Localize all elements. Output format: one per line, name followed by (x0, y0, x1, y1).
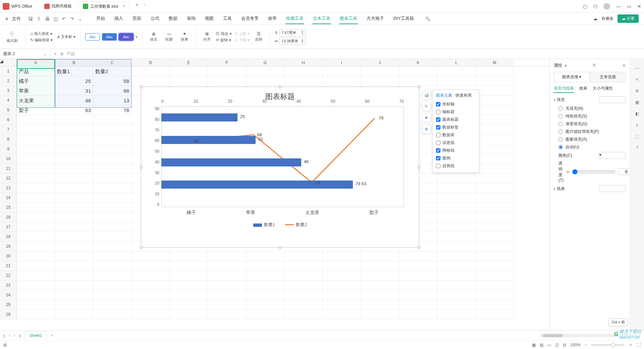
cell[interactable] (55, 135, 93, 144)
print-icon[interactable]: 🖶 (45, 16, 50, 21)
doc-tab-workbook[interactable]: 工作簿数量.xlsx • (78, 1, 129, 11)
user-avatar-icon[interactable] (603, 3, 610, 10)
cell[interactable] (17, 183, 55, 193)
cell[interactable] (17, 135, 55, 144)
cell[interactable] (476, 76, 514, 86)
cell[interactable] (93, 183, 131, 193)
selection-pane-icon[interactable]: ☰ (257, 32, 261, 36)
cell[interactable] (476, 115, 514, 125)
cell[interactable] (93, 125, 131, 135)
cell[interactable] (437, 173, 476, 183)
menu-item-图表工具[interactable]: 图表工具 (339, 13, 358, 24)
sheet-nav-last[interactable]: ›| (18, 333, 21, 338)
cancel-fx-icon[interactable]: ✕ (54, 52, 57, 56)
cell[interactable] (17, 300, 55, 310)
row-header-2[interactable]: 2 (0, 76, 17, 86)
col-header-D[interactable]: D (131, 59, 170, 66)
col-header-H[interactable]: H (284, 59, 323, 66)
cell[interactable] (55, 173, 93, 183)
cell[interactable] (17, 144, 55, 154)
menu-item-绘图工具[interactable]: 绘图工具 (285, 13, 304, 24)
name-box[interactable]: 图表 2 ⌄ (0, 49, 50, 59)
chart-bar[interactable] (161, 158, 301, 166)
file-menu[interactable]: 文件 (12, 16, 21, 22)
fill-option[interactable]: 无填充(N) (558, 106, 626, 111)
col-header-B[interactable]: B (55, 59, 93, 66)
cell[interactable] (93, 242, 131, 251)
text-box-button[interactable]: A文本框 ▾ (57, 34, 75, 39)
outline-icon[interactable]: ▭ (167, 32, 171, 36)
cell[interactable] (476, 86, 514, 96)
cell[interactable] (17, 271, 55, 281)
move-up-button[interactable]: ↥上移 ▾ (234, 31, 250, 36)
zoom-slider[interactable] (591, 344, 625, 346)
col-header-I[interactable]: I (323, 59, 361, 66)
cell[interactable] (361, 66, 399, 76)
cell[interactable]: 苹果 (17, 86, 55, 96)
cell[interactable] (131, 281, 170, 290)
cell[interactable] (361, 300, 399, 310)
row-header-23[interactable]: 23 (0, 281, 17, 290)
cell[interactable] (437, 281, 476, 290)
settings-tool-icon[interactable]: ⚙ (635, 89, 639, 93)
cell[interactable] (55, 212, 93, 222)
undo-icon[interactable]: ↶ (62, 16, 66, 21)
add-sheet-button[interactable]: ＋ (50, 333, 54, 338)
chevron-down-icon[interactable]: ▾ (565, 63, 567, 68)
cell[interactable] (93, 310, 131, 319)
tabs-overflow-icon[interactable]: ⌄ (143, 1, 146, 11)
cell[interactable] (55, 183, 93, 193)
menu-item-工具[interactable]: 工具 (222, 13, 232, 24)
cell[interactable] (170, 310, 208, 319)
cell[interactable] (284, 281, 323, 290)
cell[interactable] (361, 310, 399, 319)
popup-tab-elements[interactable]: 图表元素 (436, 93, 452, 98)
cell[interactable] (437, 232, 476, 242)
cell[interactable] (93, 281, 131, 290)
row-header-1[interactable]: 1 (0, 66, 17, 76)
cell[interactable] (131, 251, 170, 261)
highlight-icon[interactable]: ⬚ (635, 134, 639, 139)
cell[interactable] (17, 290, 55, 300)
close-panel-icon[interactable]: ✕ (622, 63, 626, 68)
cell[interactable] (246, 310, 284, 319)
zoom-in-button[interactable]: ＋ (629, 342, 633, 348)
cell[interactable] (55, 251, 93, 261)
cell[interactable] (361, 251, 399, 261)
menu-item-DIY工具箱[interactable]: DIY工具箱 (393, 13, 415, 24)
zoom-value[interactable]: 160% (570, 343, 581, 347)
row-header-22[interactable]: 22 (0, 271, 17, 281)
qat-dropdown-icon[interactable]: ⌄ (78, 16, 82, 21)
cell[interactable] (17, 164, 55, 173)
adjust-icon[interactable]: ⫿ (636, 123, 638, 128)
cell[interactable] (17, 193, 55, 203)
cell[interactable] (55, 271, 93, 281)
chart-element-数据标签[interactable]: 数据标签 (436, 123, 476, 131)
row-header-5[interactable]: 5 (0, 105, 17, 115)
cell[interactable] (17, 251, 55, 261)
cell[interactable] (208, 66, 246, 76)
cell[interactable] (323, 300, 361, 310)
subtab-fill-line[interactable]: 填充与线条 (554, 86, 574, 93)
cell[interactable] (476, 310, 514, 319)
cell[interactable] (93, 261, 131, 271)
cell[interactable] (476, 261, 514, 271)
chart-elements-button[interactable]: 📊 (422, 90, 431, 100)
sheet-tab-1[interactable]: Sheet1 (24, 332, 47, 339)
cell[interactable] (17, 203, 55, 212)
cell[interactable] (476, 222, 514, 232)
collapse-panel-icon[interactable]: — (635, 66, 639, 70)
row-header-20[interactable]: 20 (0, 251, 17, 261)
cell[interactable] (131, 310, 170, 319)
cell[interactable] (399, 251, 437, 261)
chart-element-数据表[interactable]: 数据表 (436, 131, 476, 139)
formula-bar-value[interactable]: 产品 (67, 51, 75, 57)
row-header-9[interactable]: 9 (0, 144, 17, 154)
row-header-18[interactable]: 18 (0, 232, 17, 242)
cell[interactable] (17, 212, 55, 222)
shape-style-3[interactable]: Abc (119, 33, 133, 41)
col-header-L[interactable]: L (437, 59, 476, 66)
lock-width-icon[interactable]: ⇔ (275, 39, 278, 43)
view-page-icon[interactable]: ▤ (540, 343, 543, 347)
cell[interactable] (323, 310, 361, 319)
